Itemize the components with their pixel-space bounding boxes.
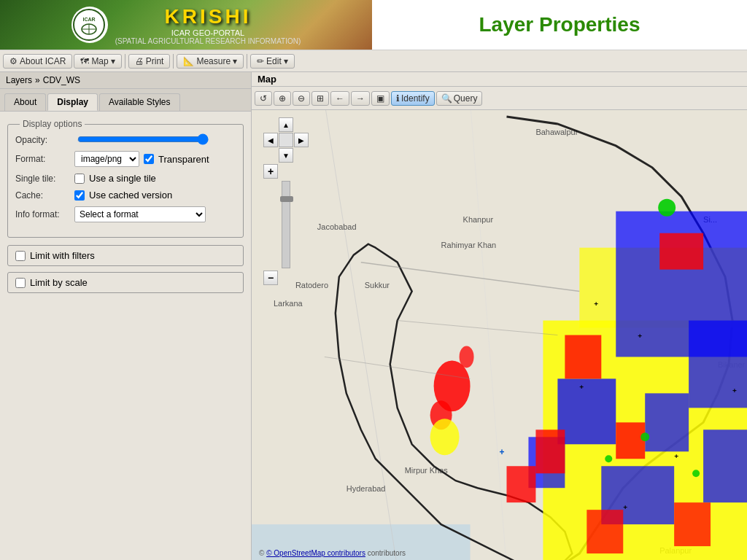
next-extent-button[interactable]: →	[351, 91, 370, 106]
tab-about[interactable]: About	[4, 93, 46, 111]
svg-point-44	[430, 419, 460, 455]
single-tile-checkbox[interactable]	[74, 174, 85, 184]
svg-rect-36	[674, 502, 711, 546]
pan-center[interactable]	[279, 133, 293, 147]
app-name: KRISHI	[115, 5, 301, 28]
pan-down-button[interactable]: ▼	[279, 148, 293, 163]
query-button[interactable]: 🔍 Query	[436, 91, 483, 106]
zoom-out-tool-icon: ⊖	[298, 93, 305, 104]
print-button[interactable]: 🖨 Print	[128, 54, 171, 69]
extent-icon: ⊞	[317, 93, 324, 104]
info-format-select[interactable]: Select a format	[74, 206, 206, 222]
zoom-plus-button[interactable]: +	[263, 164, 278, 179]
pan-left-button[interactable]: ◀	[263, 133, 278, 147]
zoom-minus-button[interactable]: −	[263, 271, 278, 285]
app-subtitle1: ICAR GEO-PORTAL	[115, 28, 301, 37]
main-toolbar: ⚙ About ICAR 🗺 Map ▾ 🖨 Print 📐 Measure ▾…	[0, 50, 747, 72]
edit-button[interactable]: ✏ Edit ▾	[250, 54, 295, 69]
svg-rect-31	[565, 335, 601, 379]
separator3	[247, 54, 247, 69]
single-tile-label: Single tile:	[15, 174, 70, 184]
svg-text:+: +	[732, 386, 737, 394]
query-icon: 🔍	[441, 93, 452, 104]
svg-text:Rahimyar Khan: Rahimyar Khan	[441, 241, 497, 249]
zoom-in-tool-icon: ⊕	[279, 93, 286, 104]
zoom-in-tool-button[interactable]: ⊕	[274, 91, 291, 106]
svg-point-42	[605, 455, 612, 462]
openstreetmap-link[interactable]: © OpenStreetMap contributors	[266, 549, 365, 557]
map-title: Map	[252, 72, 747, 87]
edit-dropdown-icon: ▾	[284, 56, 288, 66]
format-label: Format:	[15, 154, 70, 164]
transparent-label: Transparent	[158, 154, 209, 165]
format-select[interactable]: image/png image/jpeg image/gif	[74, 151, 139, 167]
tab-available-styles[interactable]: Available Styles	[99, 93, 180, 111]
svg-rect-32	[535, 429, 565, 473]
breadcrumb-layers[interactable]: Layers	[6, 75, 32, 85]
limit-filters-label: Limit with filters	[30, 250, 95, 261]
select-features-button[interactable]: ▣	[371, 91, 390, 106]
limit-filters-checkbox[interactable]	[15, 251, 26, 261]
svg-rect-30	[659, 233, 703, 270]
svg-rect-35	[506, 466, 535, 502]
transparent-checkbox[interactable]	[144, 154, 154, 164]
panel-content: Display options Opacity: Format: image/p…	[0, 112, 251, 560]
app-subtitle2: (SPATIAL AGRICULTURAL RESEARCH INFORMATI…	[115, 37, 301, 45]
tab-display[interactable]: Display	[47, 93, 98, 111]
measure-icon: 📐	[183, 56, 194, 66]
svg-rect-34	[587, 510, 623, 553]
svg-text:Jacobabad: Jacobabad	[317, 222, 357, 231]
separator1	[125, 54, 125, 69]
cache-checkbox[interactable]	[74, 190, 85, 201]
zoom-out-tool-button[interactable]: ⊖	[293, 91, 310, 106]
zoom-slider[interactable]	[282, 181, 290, 268]
limit-filters-row: Limit with filters	[7, 245, 244, 266]
map-button[interactable]: 🗺 Map ▾	[74, 54, 121, 69]
select-icon: ▣	[376, 93, 384, 104]
map-icon: 🗺	[80, 56, 89, 66]
prev-icon: ←	[336, 93, 344, 104]
edit-icon: ✏	[257, 56, 264, 66]
limit-scale-checkbox[interactable]	[15, 278, 26, 288]
measure-button[interactable]: 📐 Measure ▾	[177, 54, 244, 69]
identify-button[interactable]: ℹ Identify	[391, 91, 435, 106]
map-container[interactable]: ▲ ◀ ▶ ▼ + −	[252, 110, 747, 560]
gear-icon: ⚙	[9, 56, 18, 66]
map-canvas[interactable]: Bahawalpur Khanpur Rahimyar Khan Jacobab…	[252, 110, 747, 560]
svg-point-40	[658, 199, 676, 217]
pan-up-button[interactable]: ▲	[279, 117, 293, 132]
breadcrumb-arrow: »	[35, 75, 40, 85]
svg-text:+: +	[500, 447, 505, 457]
svg-text:Larkana: Larkana	[274, 299, 303, 308]
svg-text:Sukkur: Sukkur	[365, 281, 390, 289]
page-title: Layer Properties	[479, 13, 640, 36]
identify-label: Identify	[401, 93, 430, 104]
info-format-label: Info format:	[15, 209, 70, 219]
pan-right-button[interactable]: ▶	[294, 133, 309, 147]
app-logo: ICAR KRISHI ICAR GEO-PORTAL (SPATIAL AGR…	[0, 0, 372, 50]
map-toolbar: ↺ ⊕ ⊖ ⊞ ← → ▣ ℹ Identify	[252, 87, 747, 110]
svg-point-39	[460, 346, 474, 368]
svg-rect-28	[703, 429, 747, 502]
cache-desc: Use cached version	[89, 190, 172, 201]
single-tile-desc: Use a single tile	[89, 173, 156, 184]
display-options-group: Display options Opacity: Format: image/p…	[7, 119, 244, 238]
identify-icon: ℹ	[396, 93, 400, 104]
map-copyright: © © OpenStreetMap contributors contribut…	[259, 549, 406, 557]
svg-text:+: +	[579, 383, 584, 391]
print-icon: 🖨	[135, 56, 144, 66]
opacity-slider[interactable]	[77, 133, 209, 145]
single-tile-row: Single tile: Use a single tile	[15, 173, 236, 184]
zoom-extent-button[interactable]: ⊞	[311, 91, 329, 106]
svg-text:+: +	[674, 452, 678, 460]
breadcrumb-current: CDV_WS	[43, 75, 80, 85]
svg-text:ICAR: ICAR	[83, 17, 96, 22]
zoom-handle[interactable]	[280, 196, 293, 202]
limit-scale-label: Limit by scale	[30, 277, 88, 288]
svg-point-43	[692, 470, 700, 477]
opacity-slider-track	[77, 139, 209, 141]
prev-extent-button[interactable]: ←	[330, 91, 349, 106]
pan-tool-button[interactable]: ↺	[255, 91, 272, 106]
svg-text:Khanpur: Khanpur	[463, 215, 494, 224]
about-icar-button[interactable]: ⚙ About ICAR	[3, 54, 72, 69]
